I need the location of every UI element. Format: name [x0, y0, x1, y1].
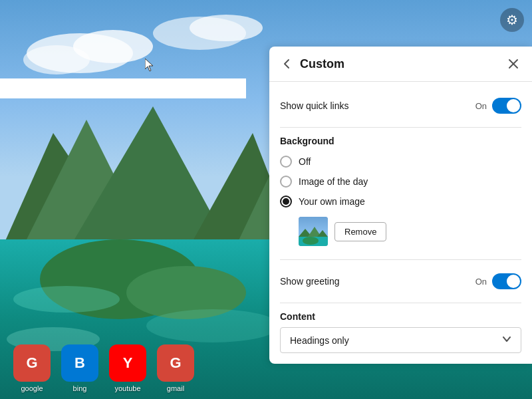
content-dropdown[interactable]: Headings only	[280, 327, 521, 353]
greeting-label: Show greeting	[280, 276, 340, 287]
gear-button[interactable]: ⚙	[500, 8, 524, 32]
svg-point-14	[13, 286, 120, 313]
svg-point-25	[303, 237, 319, 245]
content-dropdown-value: Headings only	[290, 335, 349, 346]
radio-your-own-image-circle	[280, 196, 292, 207]
svg-point-5	[190, 15, 263, 41]
radio-image-of-day-circle	[280, 176, 292, 188]
panel-body: Show quick links On Background Off Image…	[269, 82, 532, 364]
greeting-toggle-label: On	[475, 277, 487, 287]
panel-header: Custom	[269, 47, 532, 82]
svg-point-3	[23, 45, 90, 74]
background-section-label: Background	[280, 136, 521, 146]
divider-3	[280, 303, 521, 303]
content-section-label: Content	[280, 311, 521, 322]
address-bar	[0, 78, 246, 98]
divider-1	[280, 127, 521, 128]
greeting-setting-row: Show greeting On	[280, 268, 521, 295]
image-sub-row: Remove	[280, 211, 521, 251]
radio-your-own-image-label: Your own image	[299, 196, 365, 207]
bing-icon: B	[61, 344, 98, 382]
back-button[interactable]	[280, 57, 293, 70]
youtube-icon: Y	[109, 344, 146, 382]
google-icon: G	[13, 344, 51, 382]
radio-off-circle	[280, 156, 292, 168]
radio-image-of-day[interactable]: Image of the day	[280, 172, 521, 192]
radio-your-own-image[interactable]: Your own image	[280, 192, 521, 211]
close-button[interactable]	[505, 56, 521, 72]
dropdown-arrow-icon	[502, 334, 511, 346]
quick-links-bar: G google B bing Y youtube G gmail	[0, 332, 246, 399]
quick-links-toggle-area: On	[475, 98, 521, 114]
radio-image-of-day-label: Image of the day	[299, 176, 368, 187]
panel-title: Custom	[300, 57, 505, 71]
quick-links-label: Show quick links	[280, 100, 349, 111]
quick-links-toggle[interactable]	[492, 98, 521, 114]
quick-link-google[interactable]: G google	[13, 344, 51, 392]
greeting-toggle-area: On	[475, 273, 521, 289]
quick-links-setting-row: Show quick links On	[280, 92, 521, 119]
settings-panel: Custom Show quick links On Background Of…	[269, 47, 532, 364]
greeting-toggle[interactable]	[492, 273, 521, 289]
gmail-icon: G	[157, 344, 194, 382]
youtube-label: youtube	[114, 384, 140, 392]
radio-off-label: Off	[299, 156, 311, 167]
google-label: google	[21, 384, 43, 392]
image-thumbnail	[299, 217, 328, 246]
radio-off[interactable]: Off	[280, 152, 521, 172]
gmail-label: gmail	[167, 384, 184, 392]
quick-link-gmail[interactable]: G gmail	[157, 344, 194, 392]
gear-icon: ⚙	[506, 12, 518, 28]
quick-links-toggle-label: On	[475, 101, 487, 111]
bing-label: bing	[73, 384, 87, 392]
remove-image-button[interactable]: Remove	[334, 222, 386, 241]
quick-link-bing[interactable]: B bing	[61, 344, 98, 392]
quick-link-youtube[interactable]: Y youtube	[109, 344, 146, 392]
divider-2	[280, 259, 521, 260]
